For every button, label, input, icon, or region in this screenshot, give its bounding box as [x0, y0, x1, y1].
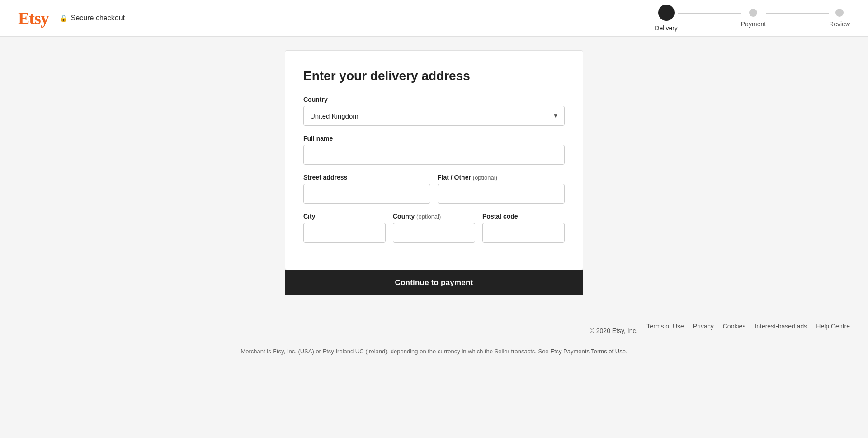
country-select[interactable]: United Kingdom United States Canada Aust…: [303, 106, 565, 126]
street-address-label: Street address: [303, 174, 430, 181]
full-name-label: Full name: [303, 135, 565, 142]
footer-link-interest-ads[interactable]: Interest-based ads: [755, 323, 807, 330]
footer-merchant-text: Merchant is Etsy, Inc. (USA) or Etsy Ire…: [18, 348, 850, 355]
footer-merchant-link[interactable]: Etsy Payments Terms of Use: [550, 348, 626, 355]
footer-top: © 2020 Etsy, Inc. Terms of Use Privacy C…: [18, 323, 850, 339]
step-circle-review: [835, 9, 844, 17]
header-left: Etsy 🔒 Secure checkout: [18, 8, 125, 28]
postal-code-group: Postal code: [482, 213, 565, 243]
step-label-review: Review: [829, 20, 850, 28]
footer-link-help[interactable]: Help Centre: [816, 323, 850, 330]
postal-code-input[interactable]: [482, 223, 565, 243]
footer-link-cookies[interactable]: Cookies: [723, 323, 746, 330]
footer-link-privacy[interactable]: Privacy: [693, 323, 714, 330]
flat-other-input[interactable]: [438, 184, 565, 204]
city-group: City: [303, 213, 386, 243]
full-name-input[interactable]: [303, 145, 565, 165]
footer-links: Terms of Use Privacy Cookies Interest-ba…: [646, 323, 850, 330]
postal-code-label: Postal code: [482, 213, 565, 220]
country-group: Country United Kingdom United States Can…: [303, 96, 565, 126]
county-input[interactable]: [393, 223, 475, 243]
county-label: County (optional): [393, 213, 475, 220]
step-payment: Payment: [741, 9, 766, 28]
city-input[interactable]: [303, 223, 386, 243]
connector-2: [766, 13, 829, 14]
lock-icon: 🔒: [60, 14, 67, 22]
full-name-group: Full name: [303, 135, 565, 165]
form-card: Enter your delivery address Country Unit…: [285, 50, 583, 270]
etsy-logo[interactable]: Etsy: [18, 8, 49, 28]
step-delivery: Delivery: [655, 5, 678, 32]
street-address-group: Street address: [303, 174, 430, 204]
secure-checkout-label: Secure checkout: [71, 14, 125, 22]
continue-to-payment-button[interactable]: Continue to payment: [285, 270, 583, 295]
header: Etsy 🔒 Secure checkout Delivery Payment …: [0, 0, 868, 36]
step-label-payment: Payment: [741, 20, 766, 28]
footer: © 2020 Etsy, Inc. Terms of Use Privacy C…: [0, 309, 868, 368]
step-circle-payment: [749, 9, 757, 17]
flat-other-group: Flat / Other (optional): [438, 174, 565, 204]
main-content: Enter your delivery address Country Unit…: [0, 37, 868, 309]
connector-1: [678, 13, 741, 14]
footer-copyright: © 2020 Etsy, Inc.: [590, 327, 638, 334]
continue-button-wrapper: Continue to payment: [285, 270, 583, 295]
county-group: County (optional): [393, 213, 475, 243]
flat-other-label: Flat / Other (optional): [438, 174, 565, 181]
city-label: City: [303, 213, 386, 220]
step-label-delivery: Delivery: [655, 24, 678, 32]
address-row: Street address Flat / Other (optional): [303, 174, 565, 213]
country-select-wrapper: United Kingdom United States Canada Aust…: [303, 106, 565, 126]
country-label: Country: [303, 96, 565, 103]
form-title: Enter your delivery address: [303, 69, 565, 83]
footer-link-terms[interactable]: Terms of Use: [646, 323, 684, 330]
progress-steps: Delivery Payment Review: [655, 5, 850, 32]
city-county-postal-row: City County (optional) Postal code: [303, 213, 565, 252]
secure-checkout: 🔒 Secure checkout: [60, 14, 125, 22]
street-address-input[interactable]: [303, 184, 430, 204]
step-review: Review: [829, 9, 850, 28]
step-circle-delivery: [658, 5, 675, 21]
